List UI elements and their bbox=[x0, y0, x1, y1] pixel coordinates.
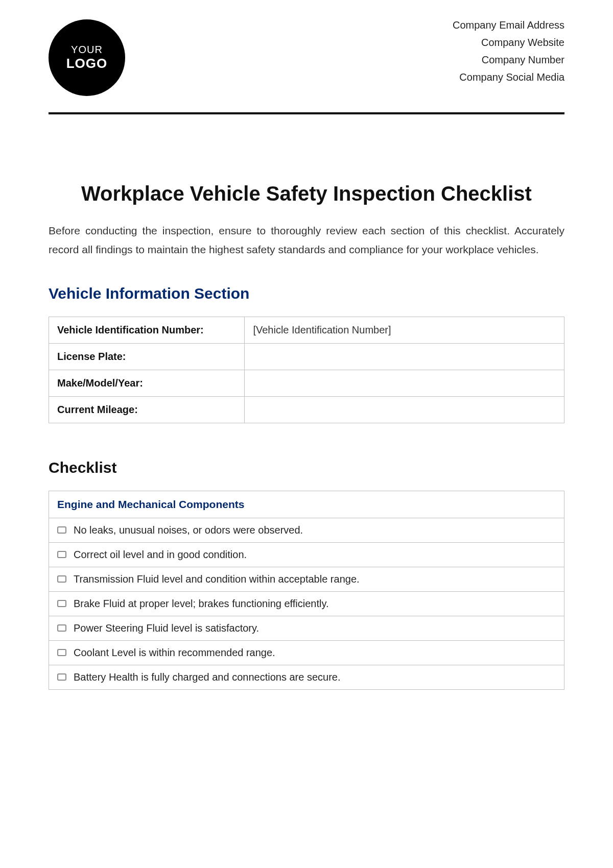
mileage-label: Current Mileage: bbox=[49, 396, 245, 423]
document-page: YOUR LOGO Company Email Address Company … bbox=[0, 0, 613, 720]
checklist-item-label: Correct oil level and in good condition. bbox=[74, 549, 247, 561]
checklist-item-label: Battery Health is fully charged and conn… bbox=[74, 671, 341, 683]
checklist-item-label: No leaks, unusual noises, or odors were … bbox=[74, 524, 303, 536]
checklist-item: Battery Health is fully charged and conn… bbox=[57, 671, 556, 683]
table-row: Correct oil level and in good condition. bbox=[49, 542, 564, 567]
table-row: No leaks, unusual noises, or odors were … bbox=[49, 518, 564, 542]
checklist-item: Power Steering Fluid level is satisfacto… bbox=[57, 622, 556, 634]
table-row: Vehicle Identification Number: [Vehicle … bbox=[49, 317, 564, 343]
company-number: Company Number bbox=[453, 51, 564, 68]
make-label: Make/Model/Year: bbox=[49, 370, 245, 396]
logo-text-logo: LOGO bbox=[66, 56, 108, 71]
company-meta: Company Email Address Company Website Co… bbox=[453, 15, 564, 86]
plate-label: License Plate: bbox=[49, 343, 245, 370]
checklist-item-label: Power Steering Fluid level is satisfacto… bbox=[74, 622, 259, 634]
make-field[interactable] bbox=[245, 370, 564, 396]
table-row: Power Steering Fluid level is satisfacto… bbox=[49, 616, 564, 640]
table-row: Brake Fluid at proper level; brakes func… bbox=[49, 591, 564, 616]
mileage-field[interactable] bbox=[245, 396, 564, 423]
plate-field[interactable] bbox=[245, 343, 564, 370]
vin-label: Vehicle Identification Number: bbox=[49, 317, 245, 343]
table-row: Make/Model/Year: bbox=[49, 370, 564, 396]
header-divider bbox=[49, 112, 564, 114]
table-row: Transmission Fluid level and condition w… bbox=[49, 567, 564, 591]
checklist-item-label: Coolant Level is within recommended rang… bbox=[74, 647, 275, 659]
vehicle-info-table: Vehicle Identification Number: [Vehicle … bbox=[49, 317, 564, 423]
checklist-item: Coolant Level is within recommended rang… bbox=[57, 647, 556, 659]
table-row: Coolant Level is within recommended rang… bbox=[49, 640, 564, 665]
page-title: Workplace Vehicle Safety Inspection Chec… bbox=[49, 181, 564, 206]
intro-paragraph: Before conducting the inspection, ensure… bbox=[49, 222, 564, 259]
company-social: Company Social Media bbox=[453, 68, 564, 86]
checkbox-icon[interactable] bbox=[57, 600, 66, 607]
checklist-group-header: Engine and Mechanical Components bbox=[49, 491, 564, 518]
checklist-item: No leaks, unusual noises, or odors were … bbox=[57, 524, 556, 536]
vin-field[interactable]: [Vehicle Identification Number] bbox=[245, 317, 564, 343]
checkbox-icon[interactable] bbox=[57, 649, 66, 656]
table-row: Engine and Mechanical Components bbox=[49, 491, 564, 518]
header: YOUR LOGO Company Email Address Company … bbox=[49, 15, 564, 106]
company-website: Company Website bbox=[453, 34, 564, 51]
checklist-item: Transmission Fluid level and condition w… bbox=[57, 573, 556, 585]
checkbox-icon[interactable] bbox=[57, 526, 66, 534]
vehicle-info-heading: Vehicle Information Section bbox=[49, 285, 564, 302]
table-row: License Plate: bbox=[49, 343, 564, 370]
table-row: Current Mileage: bbox=[49, 396, 564, 423]
table-row: Battery Health is fully charged and conn… bbox=[49, 665, 564, 689]
checklist-heading: Checklist bbox=[49, 459, 564, 476]
logo-icon: YOUR LOGO bbox=[49, 19, 125, 96]
checklist-item: Brake Fluid at proper level; brakes func… bbox=[57, 598, 556, 610]
checklist-item-label: Transmission Fluid level and condition w… bbox=[74, 573, 360, 585]
checklist-item: Correct oil level and in good condition. bbox=[57, 549, 556, 561]
checkbox-icon[interactable] bbox=[57, 673, 66, 681]
checklist-table: Engine and Mechanical Components No leak… bbox=[49, 491, 564, 690]
checklist-item-label: Brake Fluid at proper level; brakes func… bbox=[74, 598, 329, 610]
logo-text-your: YOUR bbox=[71, 43, 103, 56]
checkbox-icon[interactable] bbox=[57, 551, 66, 558]
company-email: Company Email Address bbox=[453, 16, 564, 34]
checkbox-icon[interactable] bbox=[57, 624, 66, 632]
checkbox-icon[interactable] bbox=[57, 575, 66, 583]
